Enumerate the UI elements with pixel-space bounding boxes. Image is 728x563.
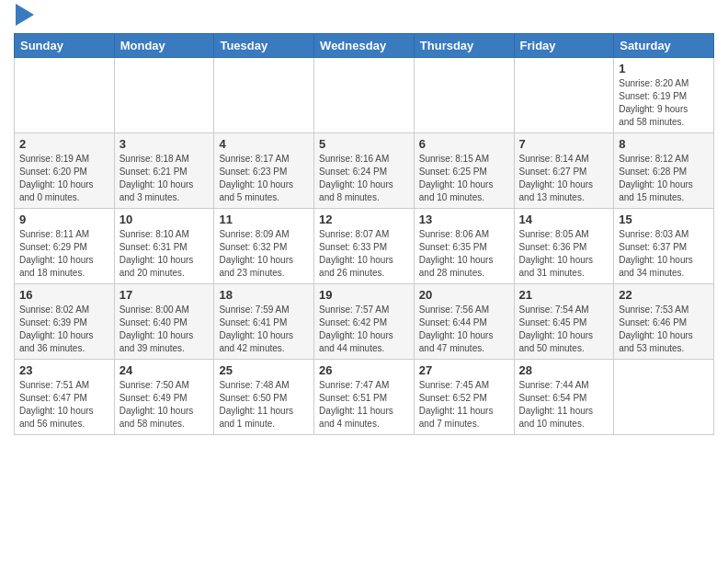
- day-info: Sunrise: 7:54 AM Sunset: 6:45 PM Dayligh…: [519, 304, 609, 355]
- logo-text: [14, 13, 34, 26]
- day-info: Sunrise: 7:51 AM Sunset: 6:47 PM Dayligh…: [19, 379, 109, 431]
- day-cell: 11Sunrise: 8:09 AM Sunset: 6:32 PM Dayli…: [214, 209, 314, 284]
- day-info: Sunrise: 8:02 AM Sunset: 6:39 PM Dayligh…: [19, 304, 109, 355]
- day-cell: 7Sunrise: 8:14 AM Sunset: 6:27 PM Daylig…: [514, 133, 614, 209]
- header-cell-friday: Friday: [514, 34, 614, 58]
- day-info: Sunrise: 7:56 AM Sunset: 6:44 PM Dayligh…: [419, 304, 509, 355]
- day-cell: [614, 360, 714, 435]
- header-cell-sunday: Sunday: [15, 34, 115, 58]
- day-number: 23: [19, 363, 109, 377]
- day-cell: 21Sunrise: 7:54 AM Sunset: 6:45 PM Dayli…: [514, 284, 614, 360]
- day-cell: 10Sunrise: 8:10 AM Sunset: 6:31 PM Dayli…: [114, 209, 214, 284]
- day-cell: [214, 58, 314, 133]
- day-cell: 28Sunrise: 7:44 AM Sunset: 6:54 PM Dayli…: [514, 360, 614, 435]
- day-number: 28: [519, 363, 609, 377]
- day-number: 11: [219, 213, 309, 226]
- day-info: Sunrise: 8:09 AM Sunset: 6:32 PM Dayligh…: [219, 228, 309, 280]
- day-cell: 22Sunrise: 7:53 AM Sunset: 6:46 PM Dayli…: [614, 284, 714, 360]
- day-info: Sunrise: 7:59 AM Sunset: 6:41 PM Dayligh…: [219, 304, 309, 355]
- day-cell: 12Sunrise: 8:07 AM Sunset: 6:33 PM Dayli…: [314, 209, 415, 284]
- day-cell: 19Sunrise: 7:57 AM Sunset: 6:42 PM Dayli…: [314, 284, 415, 360]
- day-number: 10: [119, 213, 210, 226]
- day-cell: 16Sunrise: 8:02 AM Sunset: 6:39 PM Dayli…: [15, 284, 115, 360]
- header-cell-thursday: Thursday: [414, 34, 514, 58]
- calendar-header: SundayMondayTuesdayWednesdayThursdayFrid…: [15, 34, 714, 58]
- day-number: 22: [619, 288, 709, 302]
- header: [14, 9, 714, 26]
- day-number: 6: [419, 137, 509, 151]
- day-cell: [314, 58, 415, 133]
- header-row: SundayMondayTuesdayWednesdayThursdayFrid…: [15, 34, 714, 58]
- day-number: 15: [619, 213, 709, 226]
- day-info: Sunrise: 8:05 AM Sunset: 6:36 PM Dayligh…: [519, 228, 609, 280]
- day-cell: [15, 58, 115, 133]
- header-cell-saturday: Saturday: [614, 34, 714, 58]
- day-number: 8: [619, 137, 709, 151]
- day-info: Sunrise: 7:47 AM Sunset: 6:51 PM Dayligh…: [319, 379, 409, 431]
- day-cell: 24Sunrise: 7:50 AM Sunset: 6:49 PM Dayli…: [114, 360, 214, 435]
- day-number: 9: [19, 213, 109, 226]
- day-info: Sunrise: 7:44 AM Sunset: 6:54 PM Dayligh…: [519, 379, 609, 431]
- day-cell: [414, 58, 514, 133]
- day-cell: 20Sunrise: 7:56 AM Sunset: 6:44 PM Dayli…: [414, 284, 514, 360]
- day-number: 12: [319, 213, 409, 226]
- day-cell: 13Sunrise: 8:06 AM Sunset: 6:35 PM Dayli…: [414, 209, 514, 284]
- day-info: Sunrise: 8:06 AM Sunset: 6:35 PM Dayligh…: [419, 228, 509, 280]
- day-cell: 6Sunrise: 8:15 AM Sunset: 6:25 PM Daylig…: [414, 133, 514, 209]
- day-number: 20: [419, 288, 509, 302]
- day-info: Sunrise: 7:57 AM Sunset: 6:42 PM Dayligh…: [319, 304, 409, 355]
- logo-icon: [16, 4, 34, 26]
- day-info: Sunrise: 8:03 AM Sunset: 6:37 PM Dayligh…: [619, 228, 709, 280]
- day-info: Sunrise: 8:15 AM Sunset: 6:25 PM Dayligh…: [419, 153, 509, 204]
- day-info: Sunrise: 8:16 AM Sunset: 6:24 PM Dayligh…: [319, 153, 409, 204]
- day-info: Sunrise: 8:19 AM Sunset: 6:20 PM Dayligh…: [19, 153, 109, 204]
- day-cell: 17Sunrise: 8:00 AM Sunset: 6:40 PM Dayli…: [114, 284, 214, 360]
- day-number: 18: [219, 288, 309, 302]
- day-number: 5: [319, 137, 409, 151]
- day-number: 14: [519, 213, 609, 226]
- page-container: SundayMondayTuesdayWednesdayThursdayFrid…: [0, 0, 728, 444]
- day-number: 7: [519, 137, 609, 151]
- day-info: Sunrise: 8:00 AM Sunset: 6:40 PM Dayligh…: [119, 304, 210, 355]
- calendar-body: 1Sunrise: 8:20 AM Sunset: 6:19 PM Daylig…: [15, 58, 714, 435]
- day-number: 24: [119, 363, 210, 377]
- day-cell: [514, 58, 614, 133]
- day-number: 27: [419, 363, 509, 377]
- day-info: Sunrise: 8:18 AM Sunset: 6:21 PM Dayligh…: [119, 153, 210, 204]
- day-number: 16: [19, 288, 109, 302]
- day-cell: 1Sunrise: 8:20 AM Sunset: 6:19 PM Daylig…: [614, 58, 714, 133]
- day-cell: 23Sunrise: 7:51 AM Sunset: 6:47 PM Dayli…: [15, 360, 115, 435]
- week-row-4: 23Sunrise: 7:51 AM Sunset: 6:47 PM Dayli…: [15, 360, 714, 435]
- day-info: Sunrise: 8:20 AM Sunset: 6:19 PM Dayligh…: [619, 77, 709, 129]
- day-info: Sunrise: 7:50 AM Sunset: 6:49 PM Dayligh…: [119, 379, 210, 431]
- week-row-1: 2Sunrise: 8:19 AM Sunset: 6:20 PM Daylig…: [15, 133, 714, 209]
- day-number: 2: [19, 137, 109, 151]
- day-number: 3: [119, 137, 210, 151]
- day-info: Sunrise: 7:45 AM Sunset: 6:52 PM Dayligh…: [419, 379, 509, 431]
- day-cell: 4Sunrise: 8:17 AM Sunset: 6:23 PM Daylig…: [214, 133, 314, 209]
- day-cell: 18Sunrise: 7:59 AM Sunset: 6:41 PM Dayli…: [214, 284, 314, 360]
- day-cell: 8Sunrise: 8:12 AM Sunset: 6:28 PM Daylig…: [614, 133, 714, 209]
- day-number: 1: [619, 62, 709, 75]
- week-row-2: 9Sunrise: 8:11 AM Sunset: 6:29 PM Daylig…: [15, 209, 714, 284]
- header-cell-tuesday: Tuesday: [214, 34, 314, 58]
- week-row-3: 16Sunrise: 8:02 AM Sunset: 6:39 PM Dayli…: [15, 284, 714, 360]
- day-number: 13: [419, 213, 509, 226]
- day-info: Sunrise: 8:17 AM Sunset: 6:23 PM Dayligh…: [219, 153, 309, 204]
- svg-marker-0: [16, 4, 34, 26]
- day-cell: 3Sunrise: 8:18 AM Sunset: 6:21 PM Daylig…: [114, 133, 214, 209]
- day-number: 26: [319, 363, 409, 377]
- day-cell: [114, 58, 214, 133]
- day-cell: 14Sunrise: 8:05 AM Sunset: 6:36 PM Dayli…: [514, 209, 614, 284]
- day-cell: 15Sunrise: 8:03 AM Sunset: 6:37 PM Dayli…: [614, 209, 714, 284]
- header-cell-monday: Monday: [114, 34, 214, 58]
- day-number: 25: [219, 363, 309, 377]
- week-row-0: 1Sunrise: 8:20 AM Sunset: 6:19 PM Daylig…: [15, 58, 714, 133]
- header-cell-wednesday: Wednesday: [314, 34, 415, 58]
- calendar: SundayMondayTuesdayWednesdayThursdayFrid…: [14, 33, 714, 435]
- day-number: 21: [519, 288, 609, 302]
- logo: [14, 13, 34, 26]
- day-cell: 27Sunrise: 7:45 AM Sunset: 6:52 PM Dayli…: [414, 360, 514, 435]
- day-info: Sunrise: 8:07 AM Sunset: 6:33 PM Dayligh…: [319, 228, 409, 280]
- day-cell: 26Sunrise: 7:47 AM Sunset: 6:51 PM Dayli…: [314, 360, 415, 435]
